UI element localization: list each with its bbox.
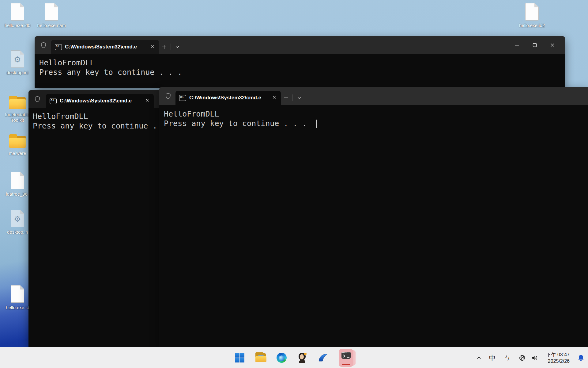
terminal-window-3: C:\ C:\Windows\System32\cmd.e HelloFromD… xyxy=(159,87,588,347)
terminal-output[interactable]: HelloFromDLL Press any key to continue .… xyxy=(159,105,588,347)
edge-icon xyxy=(277,353,287,363)
taskbar-clock[interactable]: 下午 03:47 2025/2/26 xyxy=(546,351,570,364)
terminal-tab[interactable]: C:\ C:\Windows\System32\cmd.e xyxy=(51,40,159,54)
file-icon xyxy=(11,3,24,21)
clock-time: 下午 03:47 xyxy=(546,351,570,358)
ime-key-label: ㄅ xyxy=(504,354,511,362)
new-tab-button[interactable] xyxy=(159,42,169,52)
folder-icon xyxy=(9,134,26,148)
file-icon xyxy=(525,3,539,21)
cmd-icon: C:\ xyxy=(50,98,57,104)
tab-bar-separator xyxy=(292,94,293,101)
terminal-line: HelloFromDLL xyxy=(39,58,560,67)
tab-close-icon[interactable] xyxy=(150,44,155,50)
tab-close-icon[interactable] xyxy=(272,95,277,101)
speaker-icon xyxy=(531,354,538,362)
ida-portrait-icon xyxy=(297,353,307,363)
desktop-icon-idafree[interactable]: idafree_96- xyxy=(3,172,32,197)
minimize-button[interactable] xyxy=(508,36,526,54)
terminal-line: HelloFromDLL xyxy=(164,109,588,119)
edge-button[interactable] xyxy=(276,353,287,363)
tab-dropdown-button[interactable] xyxy=(172,42,183,52)
terminal-line: HelloFromDLL xyxy=(33,112,159,121)
desktop-icon-desktop-ini-2[interactable]: ⚙ desktop.in xyxy=(3,210,32,235)
ime-mode-label: 中 xyxy=(489,354,496,362)
config-file-icon: ⚙ xyxy=(11,50,24,68)
volume-button[interactable] xyxy=(528,347,541,368)
terminal-tab[interactable]: C:\ C:\Windows\System32\cmd.e xyxy=(46,94,154,108)
terminal-window-1: C:\ C:\Windows\System32\cmd.e xyxy=(35,36,565,88)
file-icon xyxy=(11,172,24,189)
file-icon xyxy=(45,3,58,21)
admin-shield-icon xyxy=(40,42,47,48)
titlebar[interactable]: C:\ C:\Windows\System32\cmd.e xyxy=(35,36,565,54)
desktop-icon-label: desktop.in xyxy=(7,229,28,235)
titlebar[interactable]: C:\ C:\Windows\System32\cmd.e xyxy=(28,90,159,108)
cmd-icon: C:\ xyxy=(55,44,62,50)
system-tray: 中 ㄅ 下午 03:47 xyxy=(472,347,588,368)
desktop-icon-label: idafree_96- xyxy=(6,191,29,197)
desktop-icon-label: hello.exe.id0 xyxy=(5,23,30,28)
gear-icon: ⚙ xyxy=(14,55,21,64)
notification-bell-icon xyxy=(577,354,585,362)
desktop-icon-malware[interactable]: malware xyxy=(3,134,32,156)
desktop-icon-hello-exe-nam[interactable]: hello.exe.nam xyxy=(37,3,66,28)
maximize-button[interactable] xyxy=(526,36,544,54)
close-button[interactable] xyxy=(544,36,561,54)
ime-key-indicator[interactable]: ㄅ xyxy=(499,347,516,368)
desktop-icon-label: malware xyxy=(9,151,26,156)
desktop-icon-indetectable-toolkit[interactable]: Indetectable Toolkit xyxy=(3,96,32,123)
file-explorer-button[interactable] xyxy=(255,353,266,363)
desktop-icon-label: hello.exe.id xyxy=(6,305,29,310)
file-explorer-icon xyxy=(255,353,266,362)
windows-logo-icon xyxy=(235,353,244,362)
chevron-up-icon xyxy=(476,355,482,361)
tray-overflow-button[interactable] xyxy=(472,347,486,368)
desktop: hello.exe.id0 hello.exe.nam ⚙ desktop.in… xyxy=(0,0,588,368)
terminal-line: Press any key to continue . . . xyxy=(33,121,159,131)
admin-shield-icon xyxy=(34,96,41,102)
new-tab-button[interactable] xyxy=(281,93,291,103)
terminal-line: Press any key to continue . . . xyxy=(164,119,588,128)
tab-title: C:\Windows\System32\cmd.e xyxy=(60,98,142,104)
terminal-line: Press any key to continue . . . xyxy=(39,67,560,77)
terminal-window-2: C:\ C:\Windows\System32\cmd.e HelloFromD… xyxy=(28,90,159,347)
notification-center-button[interactable] xyxy=(574,347,588,368)
admin-shield-icon xyxy=(165,93,172,99)
window-controls xyxy=(508,36,561,54)
terminal-icon xyxy=(341,352,351,359)
tab-close-icon[interactable] xyxy=(145,98,149,104)
wireshark-button[interactable] xyxy=(318,353,328,363)
globe-no-internet-icon xyxy=(519,355,526,361)
ime-mode-indicator[interactable]: 中 xyxy=(486,347,499,368)
ida-pro-button[interactable] xyxy=(297,353,307,363)
tab-dropdown-button[interactable] xyxy=(294,93,304,103)
titlebar[interactable]: C:\ C:\Windows\System32\cmd.e xyxy=(159,87,588,105)
config-file-icon: ⚙ xyxy=(11,210,24,227)
terminal-button-active[interactable] xyxy=(339,349,353,367)
desktop-icon-desktop-ini[interactable]: ⚙ desktop.ini xyxy=(3,50,32,75)
network-status-button[interactable] xyxy=(516,347,528,368)
start-button[interactable] xyxy=(235,353,245,363)
active-app-indicator xyxy=(342,364,350,365)
file-icon xyxy=(11,285,24,303)
tab-title: C:\Windows\System32\cmd.e xyxy=(189,95,269,101)
cmd-icon: C:\ xyxy=(179,95,186,101)
desktop-icon-label: hello.exe.id2 xyxy=(519,23,545,28)
terminal-tab[interactable]: C:\ C:\Windows\System32\cmd.e xyxy=(175,91,281,105)
terminal-output[interactable]: HelloFromDLL Press any key to continue .… xyxy=(35,54,565,88)
taskbar-center-icons xyxy=(235,347,353,368)
gear-icon: ⚙ xyxy=(14,214,21,224)
terminal-output[interactable]: HelloFromDLL Press any key to continue .… xyxy=(28,108,159,347)
wireshark-fin-icon xyxy=(318,353,328,362)
tab-title: C:\Windows\System32\cmd.e xyxy=(65,44,147,50)
desktop-icon-hello-exe-id2[interactable]: hello.exe.id2 xyxy=(517,3,547,28)
desktop-icon-label: hello.exe.nam xyxy=(37,23,66,28)
desktop-icon-hello-exe-id[interactable]: hello.exe.id xyxy=(3,285,32,310)
taskbar: 中 ㄅ 下午 03:47 xyxy=(0,347,588,368)
terminal-cursor xyxy=(316,120,317,128)
desktop-icon-hello-exe-id0[interactable]: hello.exe.id0 xyxy=(3,3,32,28)
desktop-icon-label: desktop.ini xyxy=(6,70,28,75)
clock-date: 2025/2/26 xyxy=(546,358,570,364)
tab-bar-separator xyxy=(171,44,171,50)
